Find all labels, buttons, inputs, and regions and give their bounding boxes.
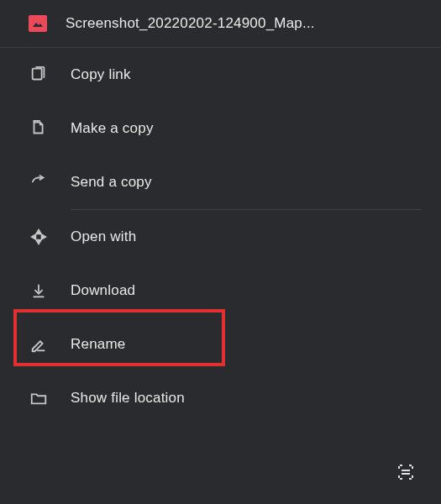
- rename-pencil-icon: [29, 334, 49, 354]
- copy-link-icon: [29, 65, 49, 85]
- file-header: Screenshot_20220202-124900_Map...: [0, 0, 441, 48]
- menu-item-make-copy[interactable]: Make a copy: [0, 102, 441, 155]
- svg-marker-4: [32, 234, 36, 239]
- menu-item-copy-link[interactable]: Copy link: [0, 48, 441, 102]
- menu-item-rename[interactable]: Rename: [0, 318, 441, 371]
- duplicate-icon: [29, 118, 49, 139]
- download-icon: [29, 281, 49, 301]
- context-menu: Copy link Make a copy Send a copy: [0, 48, 441, 425]
- menu-label: Rename: [71, 336, 125, 353]
- fullscreen-button[interactable]: [394, 462, 417, 486]
- filename-label: Screenshot_20220202-124900_Map...: [66, 15, 315, 32]
- svg-marker-5: [42, 234, 46, 239]
- menu-item-open-with[interactable]: Open with: [0, 210, 441, 264]
- menu-label: Copy link: [71, 66, 131, 83]
- fullscreen-icon: [396, 462, 416, 486]
- menu-label: Send a copy: [71, 174, 152, 191]
- menu-label: Show file location: [71, 390, 185, 407]
- svg-marker-3: [36, 240, 41, 244]
- menu-label: Download: [71, 282, 135, 299]
- folder-icon: [29, 388, 49, 408]
- open-with-icon: [29, 227, 49, 247]
- menu-label: Open with: [71, 228, 136, 245]
- menu-item-send-copy[interactable]: Send a copy: [0, 155, 441, 209]
- svg-marker-0: [33, 23, 43, 27]
- svg-rect-1: [33, 69, 42, 80]
- svg-marker-2: [36, 230, 41, 234]
- menu-item-download[interactable]: Download: [0, 264, 441, 318]
- share-arrow-icon: [29, 172, 49, 192]
- menu-label: Make a copy: [71, 120, 154, 137]
- image-thumbnail-icon: [29, 15, 47, 32]
- menu-item-show-location[interactable]: Show file location: [0, 371, 441, 425]
